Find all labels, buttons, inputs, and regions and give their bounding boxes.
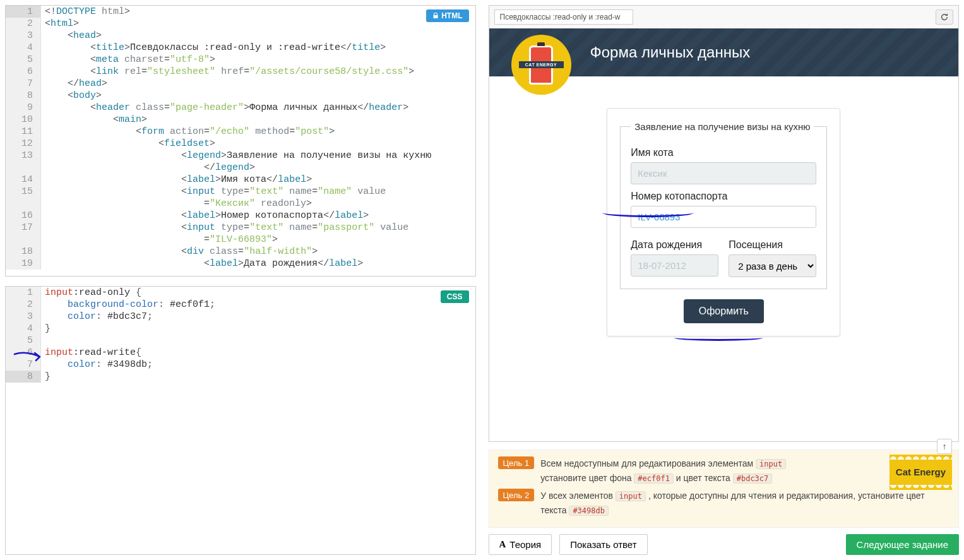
lock-icon: [432, 13, 439, 19]
g2a: У всех элементов: [540, 491, 616, 501]
g2c2: #3498db: [569, 506, 609, 516]
goal-2-text: У всех элементов input , которые доступн…: [540, 489, 949, 517]
preview-body: Форма личных данных CAT ENERGY Заявление…: [489, 28, 959, 441]
form-card: Заявление на получение визы на кухню Имя…: [607, 108, 840, 337]
css-code-area[interactable]: 1input:read-only {2 background-color: #e…: [6, 287, 475, 383]
css-editor[interactable]: CSS 1input:read-only {2 background-color…: [5, 286, 476, 555]
show-answer-button[interactable]: Показать ответ: [559, 534, 647, 555]
goals-panel: ↑ Cat Energy Цель 1 Всем недоступным для…: [489, 450, 960, 528]
goal-2: Цель 2 У всех элементов input , которые …: [498, 489, 950, 517]
html-editor[interactable]: HTML 1<!DOCTYPE html>2<html>3 <head>4 <t…: [5, 5, 476, 277]
css-badge-label: CSS: [447, 292, 463, 301]
html-badge-label: HTML: [441, 11, 462, 20]
footer-buttons: AТеория Показать ответ Следующее задание: [489, 528, 960, 555]
next-task-button[interactable]: Следующее задание: [846, 534, 959, 555]
theory-button[interactable]: AТеория: [489, 534, 552, 555]
g1a: Всем недоступным для редактирования элем…: [540, 458, 756, 468]
g2c1: input: [616, 491, 646, 501]
goal-1-text: Всем недоступным для редактирования элем…: [540, 456, 786, 485]
hand-annotation-2: [674, 335, 763, 341]
scroll-up-button[interactable]: ↑: [937, 439, 952, 454]
logo: CAT ENERGY: [511, 35, 571, 95]
g1b: установите цвет фона: [540, 473, 634, 483]
reload-icon: [940, 13, 949, 21]
select-visits[interactable]: 2 раза в день: [729, 254, 816, 277]
input-dob[interactable]: [631, 254, 718, 277]
address-input[interactable]: [494, 9, 633, 25]
theory-label: Теория: [509, 539, 541, 550]
legend: Заявление на получение визы на кухню: [631, 121, 814, 132]
g1c3: #bdc3c7: [733, 474, 773, 484]
preview-header-text: Форма личных данных: [590, 44, 751, 61]
goal-1-badge: Цель 1: [498, 456, 535, 469]
logo-text: CAT ENERGY: [519, 61, 564, 68]
goal-2-badge: Цель 2: [498, 489, 535, 501]
preview-frame: Форма личных данных CAT ENERGY Заявление…: [489, 5, 960, 442]
g1c2: #ecf0f1: [634, 474, 674, 484]
submit-button[interactable]: Оформить: [684, 299, 764, 323]
html-badge: HTML: [426, 9, 468, 22]
label-name: Имя кота: [631, 147, 816, 158]
g1c: и цвет текста: [676, 473, 733, 483]
show-label: Показать ответ: [570, 539, 636, 550]
label-dob: Дата рождения: [631, 239, 718, 251]
preview-toolbar: [489, 6, 959, 28]
label-visits: Посещения: [729, 239, 816, 251]
html-code-area[interactable]: 1<!DOCTYPE html>2<html>3 <head>4 <title>…: [6, 6, 475, 270]
goal-1: Цель 1 Всем недоступным для редактирован…: [498, 456, 950, 485]
fieldset: Заявление на получение визы на кухню Имя…: [620, 121, 827, 289]
reload-button[interactable]: [936, 9, 953, 25]
input-name[interactable]: [631, 162, 816, 184]
css-badge: CSS: [441, 290, 469, 303]
input-passport[interactable]: [631, 206, 816, 228]
stamp: Cat Energy: [890, 460, 952, 485]
next-label: Следующее задание: [857, 539, 948, 550]
g1c1: input: [756, 459, 786, 469]
label-passport: Номер котопаспорта: [631, 191, 816, 202]
